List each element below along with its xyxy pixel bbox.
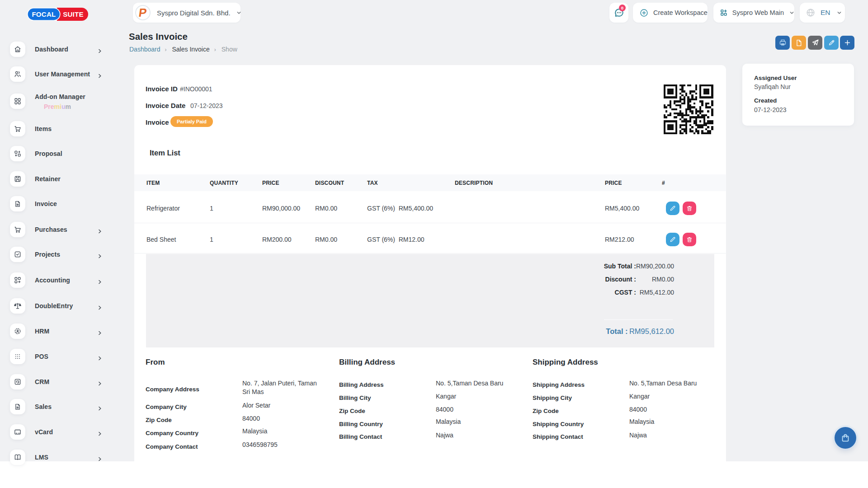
svg-text:SUITE: SUITE: [63, 10, 84, 18]
svg-text:FOCAL: FOCAL: [32, 10, 56, 18]
